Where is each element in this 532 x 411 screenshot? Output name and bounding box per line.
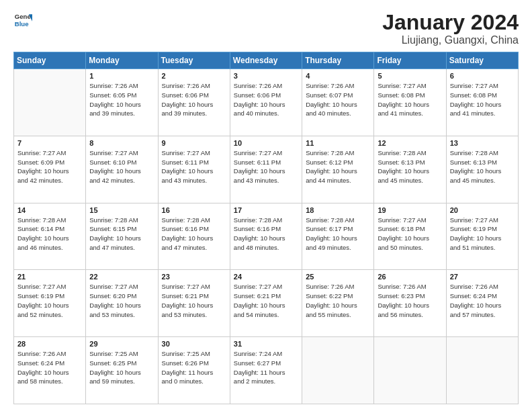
day-info: Sunrise: 7:27 AMSunset: 6:20 PMDaylight:… — [89, 282, 154, 319]
title-block: January 2024 Liujiang, Guangxi, China — [382, 11, 519, 46]
day-cell: 5Sunrise: 7:27 AMSunset: 6:08 PMDaylight… — [374, 69, 446, 136]
week-row-2: 7Sunrise: 7:27 AMSunset: 6:09 PMDaylight… — [14, 136, 519, 203]
day-number: 17 — [234, 206, 298, 214]
day-cell: 26Sunrise: 7:26 AMSunset: 6:23 PMDayligh… — [374, 270, 446, 337]
day-info: Sunrise: 7:27 AMSunset: 6:10 PMDaylight:… — [89, 148, 154, 185]
day-info: Sunrise: 7:26 AMSunset: 6:05 PMDaylight:… — [89, 81, 154, 118]
day-cell: 6Sunrise: 7:27 AMSunset: 6:08 PMDaylight… — [446, 69, 518, 136]
day-cell: 9Sunrise: 7:27 AMSunset: 6:11 PMDaylight… — [158, 136, 230, 203]
day-cell: 21Sunrise: 7:27 AMSunset: 6:19 PMDayligh… — [14, 270, 86, 337]
day-cell: 7Sunrise: 7:27 AMSunset: 6:09 PMDaylight… — [14, 136, 86, 203]
day-info: Sunrise: 7:26 AMSunset: 6:23 PMDaylight:… — [378, 282, 442, 319]
svg-text:Blue: Blue — [15, 20, 29, 28]
day-number: 13 — [450, 139, 515, 147]
day-number: 22 — [89, 273, 154, 281]
weekday-header-wednesday: Wednesday — [230, 52, 302, 69]
day-cell: 12Sunrise: 7:28 AMSunset: 6:13 PMDayligh… — [374, 136, 446, 203]
day-number: 9 — [162, 139, 226, 147]
day-cell: 27Sunrise: 7:26 AMSunset: 6:24 PMDayligh… — [446, 270, 518, 337]
day-cell: 3Sunrise: 7:26 AMSunset: 6:06 PMDaylight… — [230, 69, 302, 136]
weekday-header-saturday: Saturday — [446, 52, 518, 69]
day-info: Sunrise: 7:25 AMSunset: 6:26 PMDaylight:… — [162, 349, 226, 386]
day-number: 26 — [378, 273, 442, 281]
day-number: 1 — [89, 72, 154, 80]
day-number: 7 — [17, 139, 82, 147]
day-number: 14 — [17, 206, 82, 214]
day-cell — [14, 69, 86, 136]
day-number: 28 — [17, 340, 82, 348]
weekday-header-thursday: Thursday — [302, 52, 374, 69]
day-info: Sunrise: 7:27 AMSunset: 6:19 PMDaylight:… — [450, 216, 515, 253]
day-cell — [302, 337, 374, 404]
day-number: 8 — [89, 139, 154, 147]
day-info: Sunrise: 7:27 AMSunset: 6:08 PMDaylight:… — [450, 81, 515, 118]
week-row-3: 14Sunrise: 7:28 AMSunset: 6:14 PMDayligh… — [14, 203, 519, 270]
day-info: Sunrise: 7:27 AMSunset: 6:18 PMDaylight:… — [378, 216, 442, 253]
day-info: Sunrise: 7:28 AMSunset: 6:16 PMDaylight:… — [162, 216, 226, 253]
calendar-subtitle: Liujiang, Guangxi, China — [382, 34, 519, 46]
day-info: Sunrise: 7:26 AMSunset: 6:22 PMDaylight:… — [306, 282, 370, 319]
day-cell: 14Sunrise: 7:28 AMSunset: 6:14 PMDayligh… — [14, 203, 86, 270]
day-cell: 16Sunrise: 7:28 AMSunset: 6:16 PMDayligh… — [158, 203, 230, 270]
day-number: 12 — [378, 139, 442, 147]
day-number: 4 — [306, 72, 370, 80]
day-info: Sunrise: 7:26 AMSunset: 6:24 PMDaylight:… — [17, 349, 82, 386]
day-cell: 4Sunrise: 7:26 AMSunset: 6:07 PMDaylight… — [302, 69, 374, 136]
day-cell — [374, 337, 446, 404]
day-number: 18 — [306, 206, 370, 214]
calendar-title: January 2024 — [382, 11, 519, 34]
day-cell: 10Sunrise: 7:27 AMSunset: 6:11 PMDayligh… — [230, 136, 302, 203]
day-cell: 17Sunrise: 7:28 AMSunset: 6:16 PMDayligh… — [230, 203, 302, 270]
day-number: 25 — [306, 273, 370, 281]
day-info: Sunrise: 7:28 AMSunset: 6:13 PMDaylight:… — [450, 148, 515, 185]
page: General Blue January 2024 Liujiang, Guan… — [0, 0, 532, 411]
day-info: Sunrise: 7:27 AMSunset: 6:08 PMDaylight:… — [378, 81, 442, 118]
day-info: Sunrise: 7:26 AMSunset: 6:06 PMDaylight:… — [162, 81, 226, 118]
day-info: Sunrise: 7:27 AMSunset: 6:11 PMDaylight:… — [162, 148, 226, 185]
day-info: Sunrise: 7:26 AMSunset: 6:06 PMDaylight:… — [234, 81, 298, 118]
day-cell: 29Sunrise: 7:25 AMSunset: 6:25 PMDayligh… — [86, 337, 158, 404]
day-info: Sunrise: 7:28 AMSunset: 6:12 PMDaylight:… — [306, 148, 370, 185]
day-number: 6 — [450, 72, 515, 80]
day-number: 3 — [234, 72, 298, 80]
week-row-5: 28Sunrise: 7:26 AMSunset: 6:24 PMDayligh… — [14, 337, 519, 404]
day-cell: 31Sunrise: 7:24 AMSunset: 6:27 PMDayligh… — [230, 337, 302, 404]
day-info: Sunrise: 7:28 AMSunset: 6:13 PMDaylight:… — [378, 148, 442, 185]
day-number: 2 — [162, 72, 226, 80]
day-number: 21 — [17, 273, 82, 281]
day-number: 23 — [162, 273, 226, 281]
weekday-header-tuesday: Tuesday — [158, 52, 230, 69]
day-cell — [446, 337, 518, 404]
day-cell: 23Sunrise: 7:27 AMSunset: 6:21 PMDayligh… — [158, 270, 230, 337]
week-row-4: 21Sunrise: 7:27 AMSunset: 6:19 PMDayligh… — [14, 270, 519, 337]
day-info: Sunrise: 7:27 AMSunset: 6:21 PMDaylight:… — [234, 282, 298, 319]
day-number: 15 — [89, 206, 154, 214]
day-info: Sunrise: 7:28 AMSunset: 6:14 PMDaylight:… — [17, 216, 82, 253]
day-number: 24 — [234, 273, 298, 281]
day-number: 30 — [162, 340, 226, 348]
day-number: 20 — [450, 206, 515, 214]
day-info: Sunrise: 7:25 AMSunset: 6:25 PMDaylight:… — [89, 349, 154, 386]
day-cell: 11Sunrise: 7:28 AMSunset: 6:12 PMDayligh… — [302, 136, 374, 203]
day-number: 31 — [234, 340, 298, 348]
day-cell: 25Sunrise: 7:26 AMSunset: 6:22 PMDayligh… — [302, 270, 374, 337]
day-cell: 1Sunrise: 7:26 AMSunset: 6:05 PMDaylight… — [86, 69, 158, 136]
day-cell: 20Sunrise: 7:27 AMSunset: 6:19 PMDayligh… — [446, 203, 518, 270]
day-number: 19 — [378, 206, 442, 214]
day-cell: 24Sunrise: 7:27 AMSunset: 6:21 PMDayligh… — [230, 270, 302, 337]
logo: General Blue — [13, 11, 32, 30]
weekday-header-sunday: Sunday — [14, 52, 86, 69]
day-info: Sunrise: 7:24 AMSunset: 6:27 PMDaylight:… — [234, 349, 298, 386]
day-cell: 19Sunrise: 7:27 AMSunset: 6:18 PMDayligh… — [374, 203, 446, 270]
day-cell: 13Sunrise: 7:28 AMSunset: 6:13 PMDayligh… — [446, 136, 518, 203]
week-row-1: 1Sunrise: 7:26 AMSunset: 6:05 PMDaylight… — [14, 69, 519, 136]
day-info: Sunrise: 7:27 AMSunset: 6:21 PMDaylight:… — [162, 282, 226, 319]
day-cell: 28Sunrise: 7:26 AMSunset: 6:24 PMDayligh… — [14, 337, 86, 404]
day-cell: 15Sunrise: 7:28 AMSunset: 6:15 PMDayligh… — [86, 203, 158, 270]
weekday-header-friday: Friday — [374, 52, 446, 69]
day-number: 5 — [378, 72, 442, 80]
day-info: Sunrise: 7:27 AMSunset: 6:11 PMDaylight:… — [234, 148, 298, 185]
day-cell: 22Sunrise: 7:27 AMSunset: 6:20 PMDayligh… — [86, 270, 158, 337]
weekday-header-row: SundayMondayTuesdayWednesdayThursdayFrid… — [14, 52, 519, 69]
day-number: 11 — [306, 139, 370, 147]
